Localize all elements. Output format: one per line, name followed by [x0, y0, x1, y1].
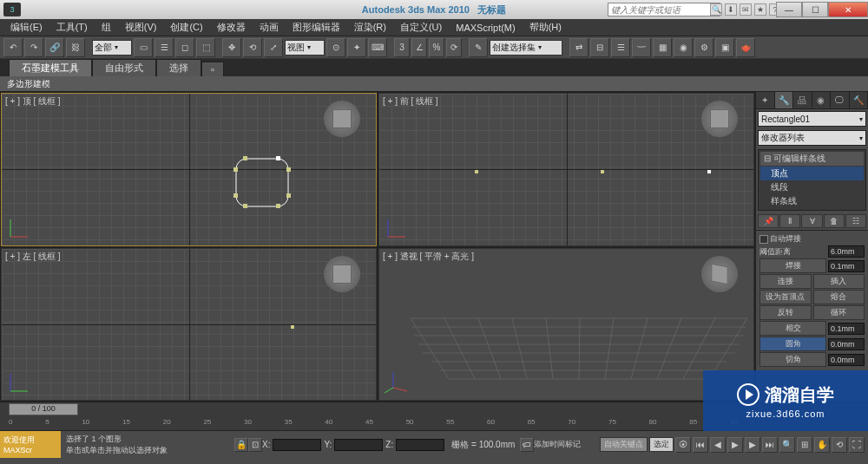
viewport-left[interactable]: [ + ] 左 [ 线框 ]	[1, 248, 377, 402]
modifier-list-dropdown[interactable]: 修改器列表	[758, 130, 866, 146]
menu-edit[interactable]: 编辑(E)	[3, 21, 49, 34]
maxscript-listener[interactable]: 欢迎使用MAXScr	[0, 431, 61, 458]
menu-create[interactable]: 创建(C)	[163, 21, 209, 34]
play-icon[interactable]: ▶	[727, 437, 743, 453]
tab-selection[interactable]: 选择	[156, 59, 201, 76]
object-name-field[interactable]: Rectangle01	[758, 111, 866, 127]
menu-render[interactable]: 渲染(R)	[347, 21, 393, 34]
tab-graphite[interactable]: 石墨建模工具	[9, 59, 92, 76]
render-setup-icon[interactable]: ⚙	[694, 38, 713, 57]
tab-utilities-icon[interactable]: 🔨	[850, 92, 869, 108]
viewcube-icon[interactable]	[701, 256, 738, 292]
x-field[interactable]	[273, 439, 321, 451]
undo-icon[interactable]: ↶	[3, 38, 23, 57]
percent-snap-icon[interactable]: %	[429, 38, 444, 57]
reverse-button[interactable]: 反转	[760, 305, 812, 320]
tab-modify-icon[interactable]: 🔧	[775, 92, 794, 108]
viewcube-icon[interactable]	[701, 101, 738, 137]
weld-spinner[interactable]: 0.1mm	[828, 260, 865, 272]
chamfer-button[interactable]: 切角	[760, 352, 826, 367]
spinner-snap-icon[interactable]: ⟳	[446, 38, 462, 57]
material-icon[interactable]: ◉	[674, 38, 693, 57]
fillet-button[interactable]: 圆角	[760, 337, 826, 351]
redo-icon[interactable]: ↷	[24, 38, 43, 57]
viewport-front[interactable]: [ + ] 前 [ 线框 ]	[378, 93, 754, 246]
viewport-top[interactable]: [ + ] 顶 [ 线框 ]	[1, 93, 377, 246]
threshold-spinner[interactable]: 6.0mm	[828, 245, 865, 258]
remove-mod-icon[interactable]: 🗑	[824, 214, 845, 228]
fillet-spinner[interactable]: 0.0mm	[828, 338, 865, 350]
viewcube-icon[interactable]	[324, 101, 360, 137]
cross-button[interactable]: 相交	[760, 321, 826, 336]
time-tag-label[interactable]: 添加时间标记	[534, 439, 581, 450]
close-button[interactable]: ✕	[828, 2, 868, 17]
z-field[interactable]	[396, 439, 444, 451]
tab-create-icon[interactable]: ✦	[756, 92, 775, 108]
configure-icon[interactable]: ☷	[845, 214, 866, 228]
ref-coord-dropdown[interactable]: 视图	[285, 40, 325, 56]
y-field[interactable]	[334, 439, 383, 451]
schematic-icon[interactable]: ▦	[653, 38, 672, 57]
modifier-stack[interactable]: ⊟ 可编辑样条线 顶点 线段 样条线	[758, 149, 866, 211]
window-crossing-icon[interactable]: ⬚	[196, 38, 215, 57]
menu-tools[interactable]: 工具(T)	[49, 21, 95, 34]
connect-button[interactable]: 连接	[760, 274, 812, 289]
curve-editor-icon[interactable]: 〰	[632, 38, 651, 57]
goto-end-icon[interactable]: ⏭	[762, 437, 778, 453]
cross-spinner[interactable]: 0.1mm	[828, 323, 865, 335]
pivot-icon[interactable]: ⊙	[326, 38, 345, 57]
keyboard-icon[interactable]: ⌨	[368, 38, 387, 57]
set-key-icon[interactable]: ⦿	[675, 437, 691, 453]
viewport-left-label[interactable]: [ + ] 左 [ 线框 ]	[5, 251, 61, 263]
time-slider-thumb[interactable]: 0 / 100	[9, 403, 78, 415]
make-unique-icon[interactable]: ∀	[801, 214, 822, 228]
move-icon[interactable]: ✥	[222, 38, 241, 57]
stack-spline[interactable]: 样条线	[760, 194, 864, 208]
menu-help[interactable]: 帮助(H)	[523, 21, 569, 34]
pin-stack-icon[interactable]: 📌	[758, 214, 779, 228]
tab-hierarchy-icon[interactable]: 品	[793, 92, 812, 108]
weld-button[interactable]: 焊接	[760, 258, 826, 273]
communication-icon[interactable]: ✉	[740, 3, 752, 16]
layers-icon[interactable]: ☰	[611, 38, 630, 57]
menu-graph[interactable]: 图形编辑器	[286, 21, 347, 34]
isolate-icon[interactable]: ⊡	[248, 438, 262, 452]
menu-view[interactable]: 视图(V)	[118, 21, 164, 34]
named-selection-dropdown[interactable]: 创建选择集	[490, 40, 562, 56]
spline-shape[interactable]	[227, 150, 297, 215]
tab-freeform[interactable]: 自由形式	[92, 59, 156, 76]
menu-modifiers[interactable]: 修改器	[210, 21, 253, 34]
lock-selection-icon[interactable]: 🔒	[234, 438, 248, 452]
zoom-all-icon[interactable]: ⊞	[797, 437, 812, 453]
align-icon[interactable]: ⊟	[590, 38, 609, 57]
viewport-top-label[interactable]: [ + ] 顶 [ 线框 ]	[5, 95, 61, 108]
edit-named-sel-icon[interactable]: ✎	[469, 38, 488, 57]
insert-button[interactable]: 插入	[813, 274, 865, 289]
stack-header[interactable]: ⊟ 可编辑样条线	[760, 152, 864, 166]
selected-key-button[interactable]: 选定	[649, 437, 674, 452]
stack-vertex[interactable]: 顶点	[760, 167, 864, 180]
select-name-icon[interactable]: ☰	[155, 38, 174, 57]
pan-icon[interactable]: ✋	[814, 437, 830, 453]
tab-collapse[interactable]: ▫	[201, 62, 224, 76]
fuse-button[interactable]: 熔合	[813, 290, 865, 304]
show-result-icon[interactable]: Ⅱ	[779, 214, 800, 228]
make-first-button[interactable]: 设为首顶点	[760, 290, 812, 304]
time-tag-icon[interactable]: 🏷	[520, 438, 534, 452]
menu-group[interactable]: 组	[95, 21, 118, 34]
stack-segment[interactable]: 线段	[760, 180, 864, 194]
cycle-button[interactable]: 循环	[813, 305, 865, 320]
help-search-input[interactable]	[608, 3, 720, 16]
menu-animation[interactable]: 动画	[253, 21, 286, 34]
next-frame-icon[interactable]: ▶	[745, 437, 760, 453]
viewcube-icon[interactable]	[324, 256, 360, 292]
maximize-button[interactable]: ☐	[802, 2, 828, 17]
favorites-icon[interactable]: ★	[754, 3, 766, 16]
angle-snap-icon[interactable]: ∠	[411, 38, 427, 57]
viewport-persp-label[interactable]: [ + ] 透视 [ 平滑 + 高光 ]	[383, 251, 474, 263]
render-frame-icon[interactable]: ▣	[715, 38, 734, 57]
max-viewport-icon[interactable]: ⛶	[849, 437, 865, 453]
snap-3-icon[interactable]: 3	[394, 38, 410, 57]
chamfer-spinner[interactable]: 0.0mm	[828, 354, 865, 366]
viewport-front-label[interactable]: [ + ] 前 [ 线框 ]	[383, 95, 438, 108]
